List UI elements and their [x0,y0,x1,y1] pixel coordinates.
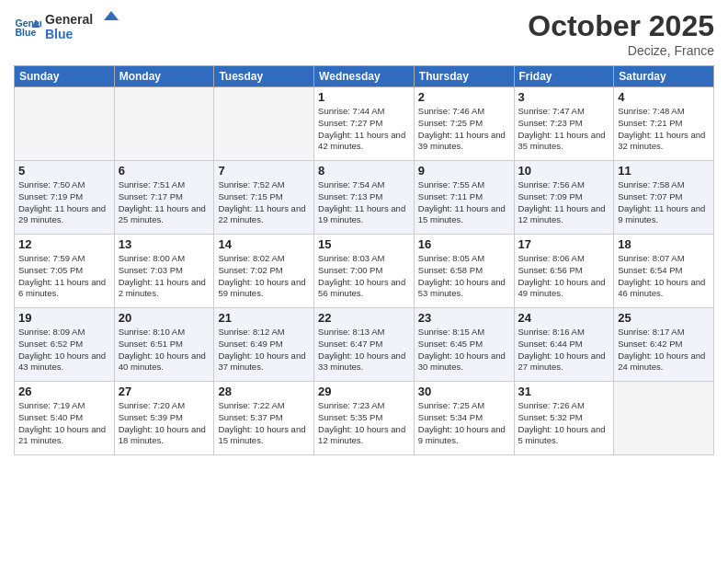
calendar-cell [114,87,214,161]
calendar-cell: 4Sunrise: 7:48 AM Sunset: 7:21 PM Daylig… [614,87,714,161]
calendar-cell: 2Sunrise: 7:46 AM Sunset: 7:25 PM Daylig… [414,87,514,161]
day-info: Sunrise: 7:47 AM Sunset: 7:23 PM Dayligh… [518,106,610,153]
header: General Blue General Blue October 2025 D… [14,9,714,58]
calendar-cell: 6Sunrise: 7:51 AM Sunset: 7:17 PM Daylig… [114,161,214,235]
calendar-cell [214,87,314,161]
weekday-header-monday: Monday [114,66,214,87]
calendar-cell: 20Sunrise: 8:10 AM Sunset: 6:51 PM Dayli… [114,308,214,382]
title-block: October 2025 Decize, France [528,9,714,58]
calendar-cell: 9Sunrise: 7:55 AM Sunset: 7:11 PM Daylig… [414,161,514,235]
day-info: Sunrise: 7:46 AM Sunset: 7:25 PM Dayligh… [418,106,510,153]
svg-text:General: General [45,12,93,27]
day-number: 16 [418,237,510,251]
calendar-cell: 28Sunrise: 7:22 AM Sunset: 5:37 PM Dayli… [214,382,314,455]
day-number: 8 [318,164,410,178]
calendar-cell: 13Sunrise: 8:00 AM Sunset: 7:03 PM Dayli… [114,235,214,308]
calendar-cell [15,87,115,161]
week-row-3: 12Sunrise: 7:59 AM Sunset: 7:05 PM Dayli… [15,235,714,308]
day-info: Sunrise: 8:10 AM Sunset: 6:51 PM Dayligh… [119,327,210,373]
day-number: 1 [318,90,410,104]
day-number: 14 [218,237,310,251]
calendar-cell: 29Sunrise: 7:23 AM Sunset: 5:35 PM Dayli… [314,382,415,455]
calendar-cell: 21Sunrise: 8:12 AM Sunset: 6:49 PM Dayli… [214,308,314,382]
calendar-cell: 31Sunrise: 7:26 AM Sunset: 5:32 PM Dayli… [514,382,614,455]
day-number: 17 [518,237,610,251]
calendar-cell: 15Sunrise: 8:03 AM Sunset: 7:00 PM Dayli… [314,235,415,308]
day-number: 11 [618,164,710,178]
weekday-header-wednesday: Wednesday [314,66,415,87]
page: General Blue General Blue October 2025 D… [0,0,728,563]
calendar-table: SundayMondayTuesdayWednesdayThursdayFrid… [14,65,714,455]
day-info: Sunrise: 7:44 AM Sunset: 7:27 PM Dayligh… [318,106,410,153]
logo-icon: General Blue [14,14,41,41]
calendar-cell: 26Sunrise: 7:19 AM Sunset: 5:40 PM Dayli… [15,382,115,455]
day-info: Sunrise: 8:00 AM Sunset: 7:03 PM Dayligh… [119,253,210,300]
day-info: Sunrise: 7:23 AM Sunset: 5:35 PM Dayligh… [318,400,410,447]
calendar-cell: 8Sunrise: 7:54 AM Sunset: 7:13 PM Daylig… [314,161,415,235]
day-info: Sunrise: 7:22 AM Sunset: 5:37 PM Dayligh… [218,400,310,447]
day-info: Sunrise: 8:16 AM Sunset: 6:44 PM Dayligh… [518,327,610,373]
calendar-cell [614,382,714,455]
calendar-cell: 25Sunrise: 8:17 AM Sunset: 6:42 PM Dayli… [614,308,714,382]
day-number: 25 [618,311,710,325]
day-number: 30 [418,385,510,398]
calendar-cell: 16Sunrise: 8:05 AM Sunset: 6:58 PM Dayli… [414,235,514,308]
calendar-cell: 5Sunrise: 7:50 AM Sunset: 7:19 PM Daylig… [15,161,115,235]
month-title: October 2025 [528,9,714,43]
svg-text:Blue: Blue [45,27,74,41]
day-info: Sunrise: 7:52 AM Sunset: 7:15 PM Dayligh… [218,179,310,226]
day-info: Sunrise: 8:15 AM Sunset: 6:45 PM Dayligh… [418,327,510,373]
day-info: Sunrise: 7:20 AM Sunset: 5:39 PM Dayligh… [119,400,210,447]
day-info: Sunrise: 8:02 AM Sunset: 7:02 PM Dayligh… [218,253,310,300]
day-info: Sunrise: 7:51 AM Sunset: 7:17 PM Dayligh… [119,179,210,226]
weekday-header-saturday: Saturday [614,66,714,87]
calendar-cell: 23Sunrise: 8:15 AM Sunset: 6:45 PM Dayli… [414,308,514,382]
day-number: 21 [218,311,310,325]
day-info: Sunrise: 7:50 AM Sunset: 7:19 PM Dayligh… [18,179,110,226]
day-number: 12 [18,237,110,251]
day-number: 6 [119,164,210,178]
day-info: Sunrise: 7:55 AM Sunset: 7:11 PM Dayligh… [418,179,510,226]
svg-marker-4 [104,11,119,20]
day-number: 4 [618,90,710,104]
calendar-cell: 10Sunrise: 7:56 AM Sunset: 7:09 PM Dayli… [514,161,614,235]
day-number: 15 [318,237,410,251]
day-number: 26 [18,385,110,398]
calendar-cell: 11Sunrise: 7:58 AM Sunset: 7:07 PM Dayli… [614,161,714,235]
day-number: 28 [218,385,310,398]
day-info: Sunrise: 7:59 AM Sunset: 7:05 PM Dayligh… [18,253,110,300]
day-info: Sunrise: 8:09 AM Sunset: 6:52 PM Dayligh… [18,327,110,373]
weekday-header-friday: Friday [514,66,614,87]
day-number: 20 [119,311,210,325]
week-row-1: 1Sunrise: 7:44 AM Sunset: 7:27 PM Daylig… [15,87,714,161]
weekday-header-thursday: Thursday [414,66,514,87]
day-info: Sunrise: 7:56 AM Sunset: 7:09 PM Dayligh… [518,179,610,226]
day-number: 18 [618,237,710,251]
calendar-cell: 7Sunrise: 7:52 AM Sunset: 7:15 PM Daylig… [214,161,314,235]
day-number: 23 [418,311,510,325]
weekday-header-tuesday: Tuesday [214,66,314,87]
svg-text:Blue: Blue [16,27,37,38]
day-info: Sunrise: 8:07 AM Sunset: 6:54 PM Dayligh… [618,253,710,300]
day-info: Sunrise: 7:25 AM Sunset: 5:34 PM Dayligh… [418,400,510,447]
calendar-cell: 12Sunrise: 7:59 AM Sunset: 7:05 PM Dayli… [15,235,115,308]
day-info: Sunrise: 8:12 AM Sunset: 6:49 PM Dayligh… [218,327,310,373]
day-info: Sunrise: 7:26 AM Sunset: 5:32 PM Dayligh… [518,400,610,447]
calendar-cell: 27Sunrise: 7:20 AM Sunset: 5:39 PM Dayli… [114,382,214,455]
logo: General Blue General Blue [14,9,128,46]
day-number: 19 [18,311,110,325]
weekday-header-sunday: Sunday [15,66,115,87]
day-number: 27 [119,385,210,398]
location: Decize, France [528,43,714,58]
day-info: Sunrise: 7:19 AM Sunset: 5:40 PM Dayligh… [18,400,110,447]
day-number: 31 [518,385,610,398]
week-row-5: 26Sunrise: 7:19 AM Sunset: 5:40 PM Dayli… [15,382,714,455]
calendar-cell: 14Sunrise: 8:02 AM Sunset: 7:02 PM Dayli… [214,235,314,308]
day-info: Sunrise: 8:05 AM Sunset: 6:58 PM Dayligh… [418,253,510,300]
day-number: 9 [418,164,510,178]
calendar-cell: 22Sunrise: 8:13 AM Sunset: 6:47 PM Dayli… [314,308,415,382]
day-info: Sunrise: 7:58 AM Sunset: 7:07 PM Dayligh… [618,179,710,226]
day-number: 7 [218,164,310,178]
day-number: 13 [119,237,210,251]
day-number: 3 [518,90,610,104]
